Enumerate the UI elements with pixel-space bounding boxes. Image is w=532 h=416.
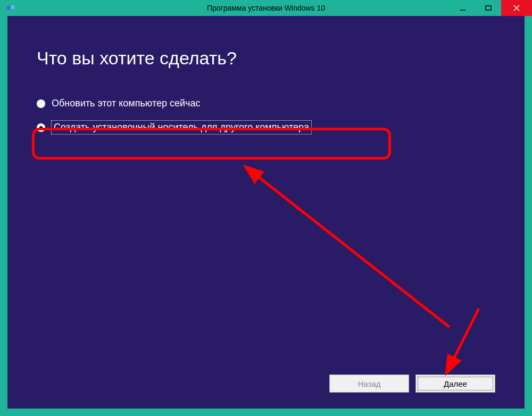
- radio-icon: [37, 123, 45, 132]
- page-heading: Что вы хотите сделать?: [37, 48, 495, 69]
- svg-rect-1: [11, 5, 14, 9]
- option-label: Обновить этот компьютер сейчас: [52, 98, 200, 109]
- content-area: Что вы хотите сделать? Обновить этот ком…: [7, 16, 525, 409]
- footer-buttons: Назад Далее: [329, 375, 495, 393]
- option-upgrade-now[interactable]: Обновить этот компьютер сейчас: [37, 98, 495, 109]
- app-icon: [5, 3, 16, 13]
- close-button[interactable]: [501, 0, 532, 16]
- radio-icon: [37, 99, 45, 108]
- back-button: Назад: [329, 375, 409, 393]
- window-controls: [450, 0, 532, 16]
- svg-rect-3: [486, 6, 491, 10]
- next-button[interactable]: Далее: [415, 375, 495, 393]
- maximize-button[interactable]: [476, 0, 501, 16]
- option-label: Создать установочный носитель для другог…: [52, 121, 311, 134]
- installer-window: Программа установки Windows 10 Что вы хо…: [0, 0, 532, 416]
- minimize-button[interactable]: [450, 0, 476, 16]
- options-group: Обновить этот компьютер сейчас Создать у…: [37, 98, 495, 134]
- option-create-media[interactable]: Создать установочный носитель для другог…: [37, 121, 495, 134]
- radio-selected-dot: [39, 126, 43, 129]
- titlebar[interactable]: Программа установки Windows 10: [0, 0, 532, 16]
